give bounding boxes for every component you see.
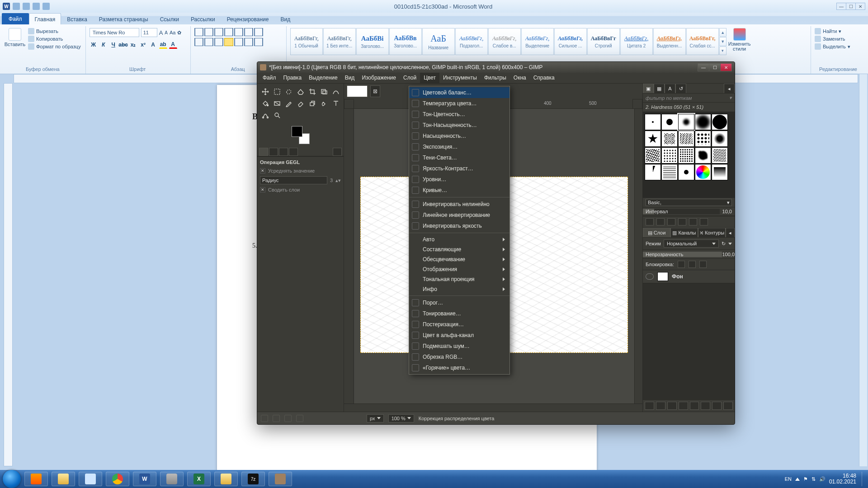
edit-brush-icon[interactable] xyxy=(646,218,654,225)
option-average[interactable]: ✕Усреднять значение xyxy=(260,167,341,175)
merge-layer-icon[interactable] xyxy=(701,402,710,410)
group-layer-icon[interactable] xyxy=(656,402,665,410)
tab-view[interactable]: Вид xyxy=(274,13,296,24)
strike-icon[interactable]: abc xyxy=(119,41,127,49)
fonts-tab-icon[interactable]: A xyxy=(665,84,675,93)
menu-help[interactable]: Справка xyxy=(530,73,558,83)
show-desktop-button[interactable] xyxy=(862,472,865,486)
menu-tone-mapping[interactable]: Тональная проекция xyxy=(409,274,509,284)
tray-network-icon[interactable]: ⇅ xyxy=(811,476,816,482)
menu-layer[interactable]: Слой xyxy=(400,73,420,83)
brush-dock-tabs[interactable]: ▣ ▦ A ↺ ◂ xyxy=(643,84,735,94)
italic-icon[interactable]: К xyxy=(99,41,108,49)
tab-insert[interactable]: Вставка xyxy=(61,13,93,24)
line-spacing-icon[interactable] xyxy=(234,38,243,46)
tab-channels[interactable]: ▥ Каналы xyxy=(670,228,698,237)
menu-info[interactable]: Инфо xyxy=(409,284,509,294)
new-brush-icon[interactable] xyxy=(656,218,665,225)
replace-button[interactable]: Заменить xyxy=(815,36,850,42)
tab-mailings[interactable]: Рассылки xyxy=(185,13,221,24)
menu-tools[interactable]: Инструменты xyxy=(439,73,481,83)
ruler-vertical[interactable] xyxy=(4,83,13,466)
tray-expand-icon[interactable] xyxy=(795,478,800,481)
brush-grid[interactable] xyxy=(643,112,735,198)
menu-shadows-highlights[interactable]: Тени-Света… xyxy=(409,152,509,163)
canvas-scroll-v[interactable] xyxy=(634,109,642,404)
menu-components[interactable]: Составляющие xyxy=(409,244,509,254)
transform-tool-icon[interactable] xyxy=(319,86,330,97)
layer-mode[interactable]: Режим Нормальный ↻ xyxy=(643,238,735,249)
tray-lang[interactable]: EN xyxy=(785,476,792,482)
status-undo-icon[interactable] xyxy=(273,415,280,422)
menu-color-temperature[interactable]: Температура цвета… xyxy=(409,98,509,109)
shrink-font-icon[interactable]: A xyxy=(165,30,168,35)
canvas-scroll-h[interactable] xyxy=(344,404,642,412)
layer-dock-tabs[interactable]: ▤ Слои ▥ Каналы ⤨ Контуры ◂ xyxy=(643,228,735,238)
lock-pixels-icon[interactable] xyxy=(678,261,685,268)
document-thumb[interactable] xyxy=(347,85,368,97)
text-effects-icon[interactable]: A xyxy=(149,41,157,49)
task-chrome[interactable] xyxy=(106,472,129,486)
menu-rgb-clip[interactable]: Обрезка RGB… xyxy=(409,352,509,362)
highlight-icon[interactable]: ab xyxy=(159,41,167,49)
styles-gallery[interactable]: АаБбВвГг,1 Обычный АаБбВвГг,1 Без инте..… xyxy=(290,28,726,55)
open-brush-icon[interactable] xyxy=(700,218,708,225)
tab-references[interactable]: Ссылки xyxy=(154,13,185,24)
numbering-icon[interactable] xyxy=(204,28,213,36)
menu-hot-colors[interactable]: «Горячие» цвета… xyxy=(409,362,509,373)
task-word[interactable]: W xyxy=(133,472,156,486)
layer-dock-menu-icon[interactable]: ◂ xyxy=(726,228,735,237)
brush-spacing[interactable]: Интервал10,0 xyxy=(643,207,735,216)
font-color-icon[interactable]: A xyxy=(169,41,177,49)
task-media-player[interactable] xyxy=(24,472,48,486)
gimp-titlebar[interactable]: *[Без имени]-1.0 (Цвета RGB 8 бит, нелин… xyxy=(257,62,735,73)
change-styles-button[interactable]: Изменить стили xyxy=(729,28,750,57)
status-cancel-icon[interactable] xyxy=(284,415,292,422)
task-gimp[interactable] xyxy=(269,472,292,486)
color-swatch[interactable] xyxy=(292,126,310,144)
rect-select-tool-icon[interactable] xyxy=(272,86,283,97)
tab-file[interactable]: Файл xyxy=(2,13,29,24)
menu-levels[interactable]: Уровни… xyxy=(409,174,509,185)
task-7zip[interactable]: 7z xyxy=(241,472,265,486)
menu-image[interactable]: Изображение xyxy=(358,73,400,83)
menu-dither[interactable]: Подмешать шум… xyxy=(409,341,509,352)
select-button[interactable]: Выделить ▾ xyxy=(815,43,850,50)
paste-button[interactable]: Вставить xyxy=(5,28,25,57)
smudge-tool-icon[interactable] xyxy=(319,98,330,109)
align-center-icon[interactable] xyxy=(204,38,213,46)
option-flatten[interactable]: ✕Сводить слои xyxy=(260,186,341,194)
menu-hue-saturation[interactable]: Тон-Насыщенность… xyxy=(409,120,509,131)
menu-desaturate[interactable]: Обесцвечивание xyxy=(409,254,509,264)
menu-hue-chroma[interactable]: Тон-Цветность… xyxy=(409,109,509,120)
start-button[interactable] xyxy=(3,470,21,488)
copy-button[interactable]: Копировать xyxy=(28,36,81,42)
underline-icon[interactable]: Ч xyxy=(109,41,118,49)
eraser-tool-icon[interactable] xyxy=(295,98,306,109)
move-tool-icon[interactable] xyxy=(260,86,271,97)
redo-icon[interactable] xyxy=(33,3,40,10)
menu-edit[interactable]: Правка xyxy=(280,73,306,83)
layer-opacity[interactable]: Непрозрачность100,0 xyxy=(643,249,735,258)
tray-sound-icon[interactable]: 🔊 xyxy=(819,476,826,482)
grow-font-icon[interactable]: A xyxy=(159,29,163,36)
clone-tool-icon[interactable] xyxy=(307,98,318,109)
up-layer-icon[interactable] xyxy=(667,402,677,410)
gimp-maximize-button[interactable]: ☐ xyxy=(709,63,721,71)
menu-invert-linear[interactable]: Линейное инвертирование xyxy=(409,210,509,221)
maximize-button[interactable]: ☐ xyxy=(846,3,856,10)
indent-inc-icon[interactable] xyxy=(234,28,243,36)
minimize-button[interactable]: — xyxy=(836,3,846,10)
status-redo-icon[interactable] xyxy=(296,415,303,422)
bullets-icon[interactable] xyxy=(194,28,203,36)
dock-menu-icon[interactable]: ◂ xyxy=(724,84,735,93)
options-tab-icon[interactable] xyxy=(259,148,268,156)
lock-alpha-icon[interactable] xyxy=(699,261,707,268)
save-icon[interactable] xyxy=(13,3,20,10)
close-doc-icon[interactable]: ⊠ xyxy=(370,85,380,97)
menu-select[interactable]: Выделение xyxy=(305,73,341,83)
format-painter-button[interactable]: Формат по образцу xyxy=(28,43,81,50)
unit-select[interactable]: px xyxy=(367,414,384,422)
menu-color-to-alpha[interactable]: Цвет в альфа-канал xyxy=(409,330,509,341)
borders-icon[interactable] xyxy=(254,38,263,46)
